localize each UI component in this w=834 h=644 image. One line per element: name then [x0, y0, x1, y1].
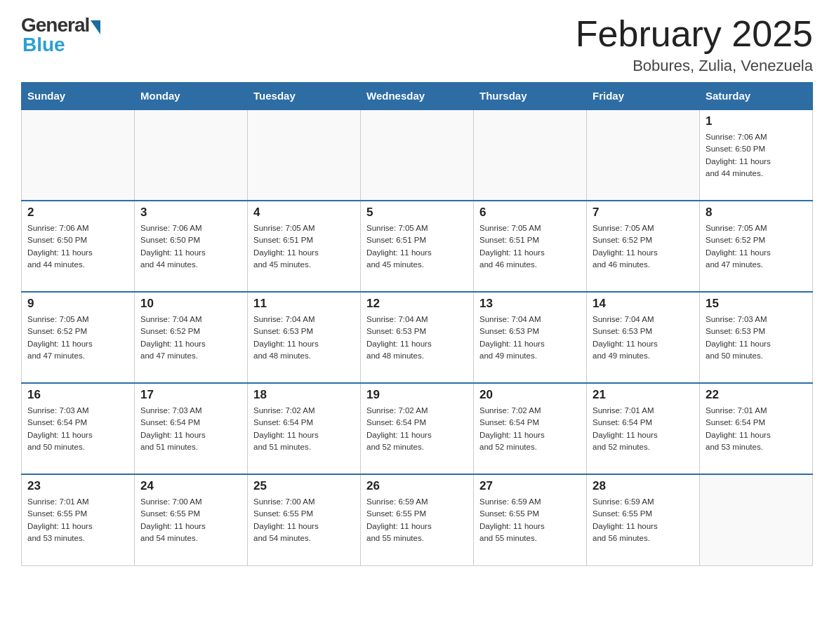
day-info: Sunrise: 7:02 AMSunset: 6:54 PMDaylight:…	[479, 405, 581, 453]
day-number: 2	[27, 206, 128, 220]
day-number: 9	[27, 297, 128, 311]
day-number: 3	[140, 206, 241, 220]
day-number: 18	[253, 388, 355, 402]
calendar-cell	[248, 109, 361, 201]
day-number: 11	[253, 297, 355, 311]
day-info: Sunrise: 7:03 AMSunset: 6:53 PMDaylight:…	[706, 314, 807, 362]
week-row-3: 9Sunrise: 7:05 AMSunset: 6:52 PMDaylight…	[22, 292, 813, 383]
day-info: Sunrise: 7:05 AMSunset: 6:51 PMDaylight:…	[479, 222, 581, 271]
calendar-cell: 28Sunrise: 6:59 AMSunset: 6:55 PMDayligh…	[587, 474, 700, 565]
calendar-cell: 26Sunrise: 6:59 AMSunset: 6:55 PMDayligh…	[361, 474, 474, 565]
day-number: 16	[27, 388, 128, 402]
logo: General Blue	[21, 14, 100, 56]
day-number: 21	[593, 388, 694, 402]
day-number: 24	[140, 479, 241, 493]
day-number: 26	[366, 479, 468, 493]
calendar-cell: 25Sunrise: 7:00 AMSunset: 6:55 PMDayligh…	[248, 474, 361, 565]
logo-blue-text: Blue	[22, 34, 65, 56]
day-info: Sunrise: 7:04 AMSunset: 6:53 PMDaylight:…	[479, 314, 581, 362]
day-number: 15	[706, 297, 807, 311]
day-info: Sunrise: 7:04 AMSunset: 6:53 PMDaylight:…	[253, 314, 355, 362]
weekday-header-tuesday: Tuesday	[248, 83, 361, 110]
calendar-cell: 23Sunrise: 7:01 AMSunset: 6:55 PMDayligh…	[22, 474, 135, 565]
calendar-cell: 27Sunrise: 6:59 AMSunset: 6:55 PMDayligh…	[474, 474, 587, 565]
calendar-cell	[700, 474, 813, 565]
day-info: Sunrise: 7:01 AMSunset: 6:54 PMDaylight:…	[706, 405, 807, 453]
day-number: 10	[140, 297, 241, 311]
calendar-cell: 17Sunrise: 7:03 AMSunset: 6:54 PMDayligh…	[135, 383, 248, 474]
calendar-cell: 1Sunrise: 7:06 AMSunset: 6:50 PMDaylight…	[700, 109, 813, 201]
day-number: 28	[593, 479, 694, 493]
day-info: Sunrise: 7:00 AMSunset: 6:55 PMDaylight:…	[140, 496, 241, 544]
day-info: Sunrise: 7:04 AMSunset: 6:52 PMDaylight:…	[140, 314, 241, 362]
calendar-cell: 4Sunrise: 7:05 AMSunset: 6:51 PMDaylight…	[248, 201, 361, 292]
calendar-cell: 9Sunrise: 7:05 AMSunset: 6:52 PMDaylight…	[22, 292, 135, 383]
calendar-cell: 3Sunrise: 7:06 AMSunset: 6:50 PMDaylight…	[135, 201, 248, 292]
weekday-header-thursday: Thursday	[474, 83, 587, 110]
calendar-cell: 24Sunrise: 7:00 AMSunset: 6:55 PMDayligh…	[135, 474, 248, 565]
day-info: Sunrise: 6:59 AMSunset: 6:55 PMDaylight:…	[366, 496, 468, 544]
calendar-cell	[587, 109, 700, 201]
calendar-cell: 6Sunrise: 7:05 AMSunset: 6:51 PMDaylight…	[474, 201, 587, 292]
calendar-cell: 20Sunrise: 7:02 AMSunset: 6:54 PMDayligh…	[474, 383, 587, 474]
day-number: 22	[706, 388, 807, 402]
calendar-title: February 2025	[576, 14, 813, 54]
day-info: Sunrise: 7:05 AMSunset: 6:51 PMDaylight:…	[253, 222, 355, 271]
day-number: 23	[27, 479, 128, 493]
calendar-cell: 11Sunrise: 7:04 AMSunset: 6:53 PMDayligh…	[248, 292, 361, 383]
calendar-cell: 5Sunrise: 7:05 AMSunset: 6:51 PMDaylight…	[361, 201, 474, 292]
calendar-cell: 16Sunrise: 7:03 AMSunset: 6:54 PMDayligh…	[22, 383, 135, 474]
day-number: 8	[706, 206, 807, 220]
day-number: 19	[366, 388, 468, 402]
day-info: Sunrise: 7:03 AMSunset: 6:54 PMDaylight:…	[140, 405, 241, 453]
day-number: 20	[479, 388, 581, 402]
day-number: 12	[366, 297, 468, 311]
day-info: Sunrise: 7:04 AMSunset: 6:53 PMDaylight:…	[593, 314, 694, 362]
calendar-cell	[22, 109, 135, 201]
day-number: 5	[366, 206, 468, 220]
calendar-cell: 2Sunrise: 7:06 AMSunset: 6:50 PMDaylight…	[22, 201, 135, 292]
calendar-table: SundayMondayTuesdayWednesdayThursdayFrid…	[21, 82, 813, 566]
day-number: 1	[706, 114, 807, 128]
calendar-cell	[135, 109, 248, 201]
calendar-cell: 13Sunrise: 7:04 AMSunset: 6:53 PMDayligh…	[474, 292, 587, 383]
week-row-2: 2Sunrise: 7:06 AMSunset: 6:50 PMDaylight…	[22, 201, 813, 292]
day-info: Sunrise: 7:02 AMSunset: 6:54 PMDaylight:…	[253, 405, 355, 453]
day-info: Sunrise: 7:01 AMSunset: 6:54 PMDaylight:…	[593, 405, 694, 453]
day-info: Sunrise: 7:06 AMSunset: 6:50 PMDaylight:…	[140, 222, 241, 271]
calendar-cell: 22Sunrise: 7:01 AMSunset: 6:54 PMDayligh…	[700, 383, 813, 474]
week-row-4: 16Sunrise: 7:03 AMSunset: 6:54 PMDayligh…	[22, 383, 813, 474]
calendar-cell: 7Sunrise: 7:05 AMSunset: 6:52 PMDaylight…	[587, 201, 700, 292]
day-number: 4	[253, 206, 355, 220]
day-info: Sunrise: 7:00 AMSunset: 6:55 PMDaylight:…	[253, 496, 355, 544]
day-number: 13	[479, 297, 581, 311]
day-info: Sunrise: 7:05 AMSunset: 6:52 PMDaylight:…	[593, 222, 694, 271]
calendar-cell	[474, 109, 587, 201]
logo-arrow-icon	[91, 20, 100, 34]
day-number: 27	[479, 479, 581, 493]
day-info: Sunrise: 7:01 AMSunset: 6:55 PMDaylight:…	[27, 496, 128, 544]
day-info: Sunrise: 6:59 AMSunset: 6:55 PMDaylight:…	[479, 496, 581, 544]
weekday-header-saturday: Saturday	[700, 83, 813, 110]
day-info: Sunrise: 7:03 AMSunset: 6:54 PMDaylight:…	[27, 405, 128, 453]
day-info: Sunrise: 7:05 AMSunset: 6:52 PMDaylight:…	[706, 222, 807, 271]
day-number: 7	[593, 206, 694, 220]
weekday-header-friday: Friday	[587, 83, 700, 110]
calendar-cell: 19Sunrise: 7:02 AMSunset: 6:54 PMDayligh…	[361, 383, 474, 474]
calendar-cell: 21Sunrise: 7:01 AMSunset: 6:54 PMDayligh…	[587, 383, 700, 474]
calendar-subtitle: Bobures, Zulia, Venezuela	[576, 57, 813, 75]
day-info: Sunrise: 7:06 AMSunset: 6:50 PMDaylight:…	[706, 131, 807, 180]
day-number: 17	[140, 388, 241, 402]
week-row-5: 23Sunrise: 7:01 AMSunset: 6:55 PMDayligh…	[22, 474, 813, 565]
calendar-cell: 8Sunrise: 7:05 AMSunset: 6:52 PMDaylight…	[700, 201, 813, 292]
weekday-header-wednesday: Wednesday	[361, 83, 474, 110]
weekday-header-sunday: Sunday	[22, 83, 135, 110]
day-info: Sunrise: 7:06 AMSunset: 6:50 PMDaylight:…	[27, 222, 128, 271]
day-info: Sunrise: 7:04 AMSunset: 6:53 PMDaylight:…	[366, 314, 468, 362]
weekday-header-row: SundayMondayTuesdayWednesdayThursdayFrid…	[22, 83, 813, 110]
page-header: General Blue February 2025 Bobures, Zuli…	[21, 14, 813, 75]
calendar-cell: 10Sunrise: 7:04 AMSunset: 6:52 PMDayligh…	[135, 292, 248, 383]
weekday-header-monday: Monday	[135, 83, 248, 110]
calendar-cell: 18Sunrise: 7:02 AMSunset: 6:54 PMDayligh…	[248, 383, 361, 474]
week-row-1: 1Sunrise: 7:06 AMSunset: 6:50 PMDaylight…	[22, 109, 813, 201]
